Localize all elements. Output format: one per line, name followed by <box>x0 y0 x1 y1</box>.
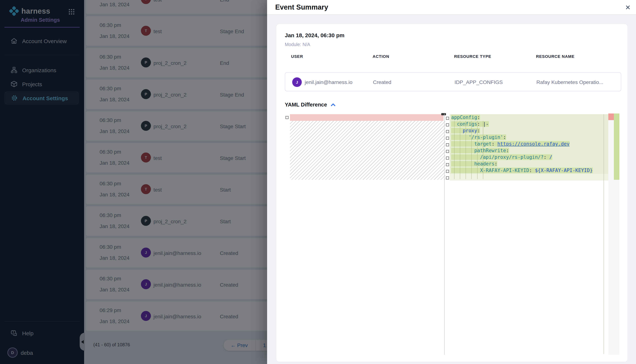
drawer-title: Event Summary <box>275 3 328 12</box>
overview-deleted-marker <box>608 114 614 120</box>
column-header-resource-name: RESOURCE NAME <box>536 54 575 58</box>
event-datetime: Jan 18, 2024, 06:30 pm <box>285 32 345 38</box>
diff-line-marker[interactable] <box>446 150 449 153</box>
diff-line-marker[interactable] <box>446 137 449 140</box>
event-resource-name: Rafay Kubernetes Operatio... <box>536 79 603 85</box>
column-header-resource-type: RESOURCE TYPE <box>454 54 491 58</box>
event-action: Created <box>373 79 391 85</box>
event-user: jenil.jain@harness.io <box>305 79 352 85</box>
diff-scrollbar-thumb[interactable] <box>441 113 446 115</box>
drawer-header: Event Summary <box>267 0 636 15</box>
event-summary-drawer: Event Summary Jan 18, 2024, 06:30 pm Mod… <box>267 0 636 364</box>
diff-empty-filler <box>290 121 445 180</box>
indent-guides <box>451 121 484 179</box>
event-summary-card: Jan 18, 2024, 06:30 pm Module: N/A USER … <box>276 24 627 362</box>
event-module: Module: N/A <box>285 42 310 47</box>
avatar: J <box>292 77 302 87</box>
diff-pane-divider <box>444 114 445 355</box>
diff-ruler-line <box>603 114 604 354</box>
diff-line-marker[interactable] <box>446 124 449 126</box>
diff-line-marker[interactable] <box>286 116 289 119</box>
drawer-body: Jan 18, 2024, 06:30 pm Module: N/A USER … <box>267 15 636 364</box>
diff-line-markers <box>446 117 449 180</box>
diff-code-line: appConfig: <box>450 114 608 121</box>
app-root: harness Admin Settings Account Overview <box>0 0 636 364</box>
event-resource-type: IDP_APP_CONFIGS <box>455 79 503 85</box>
column-header-action: ACTION <box>373 54 389 58</box>
diff-line-marker[interactable] <box>446 170 449 173</box>
chevron-up-icon <box>331 102 336 107</box>
diff-line-marker[interactable] <box>446 156 449 160</box>
yaml-difference-toggle[interactable]: YAML Difference <box>285 102 336 108</box>
diff-deleted-line <box>290 114 444 121</box>
yaml-difference-label: YAML Difference <box>285 102 327 108</box>
event-row: J jenil.jain@harness.io Created IDP_APP_… <box>285 72 621 91</box>
diff-line-marker[interactable] <box>446 163 449 166</box>
diff-line-marker[interactable] <box>446 117 449 120</box>
diff-line-marker[interactable] <box>446 143 449 146</box>
column-header-user: USER <box>291 54 303 58</box>
overview-added-marker <box>614 114 619 180</box>
diff-line-marker[interactable] <box>446 176 449 180</box>
diff-overview-ruler[interactable] <box>608 114 619 355</box>
yaml-diff-viewer: appConfig: configs: |- proxy: '/rs-plugi… <box>285 114 623 355</box>
diff-line-marker[interactable] <box>446 130 449 133</box>
close-icon[interactable] <box>625 4 631 10</box>
